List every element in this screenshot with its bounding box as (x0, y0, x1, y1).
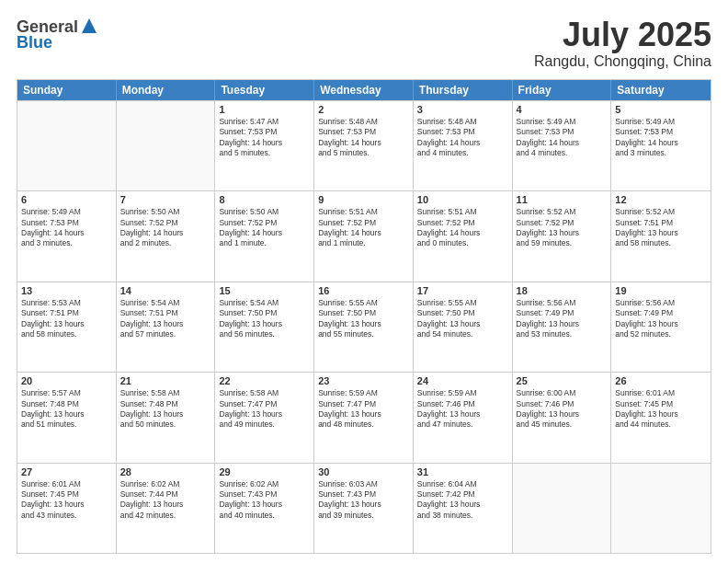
day-info: Sunrise: 5:54 AM Sunset: 7:50 PM Dayligh… (219, 298, 310, 340)
day-number: 9 (318, 194, 409, 205)
calendar-cell: 15Sunrise: 5:54 AM Sunset: 7:50 PM Dayli… (215, 282, 314, 372)
calendar-cell: 26Sunrise: 6:01 AM Sunset: 7:45 PM Dayli… (611, 373, 711, 462)
title-block: July 2025 Rangdu, Chongqing, China (534, 17, 711, 70)
day-info: Sunrise: 5:52 AM Sunset: 7:51 PM Dayligh… (615, 207, 707, 249)
day-info: Sunrise: 6:01 AM Sunset: 7:45 PM Dayligh… (615, 388, 707, 431)
calendar-cell: 21Sunrise: 5:58 AM Sunset: 7:48 PM Dayli… (117, 373, 216, 462)
day-number: 15 (219, 285, 310, 296)
day-number: 16 (318, 285, 409, 296)
location-title: Rangdu, Chongqing, China (534, 53, 711, 70)
day-number: 23 (318, 375, 409, 386)
calendar-cell: 29Sunrise: 6:02 AM Sunset: 7:43 PM Dayli… (215, 464, 314, 553)
calendar-cell: 28Sunrise: 6:02 AM Sunset: 7:44 PM Dayli… (117, 464, 216, 553)
calendar-cell: 7Sunrise: 5:50 AM Sunset: 7:52 PM Daylig… (117, 191, 216, 281)
calendar-cell: 31Sunrise: 6:04 AM Sunset: 7:42 PM Dayli… (414, 464, 513, 553)
day-info: Sunrise: 5:47 AM Sunset: 7:53 PM Dayligh… (219, 117, 310, 159)
day-number: 31 (417, 466, 508, 477)
calendar-cell: 6Sunrise: 5:49 AM Sunset: 7:53 PM Daylig… (17, 191, 117, 281)
calendar-cell: 13Sunrise: 5:53 AM Sunset: 7:51 PM Dayli… (17, 282, 117, 372)
day-number: 13 (21, 285, 112, 296)
day-info: Sunrise: 5:59 AM Sunset: 7:46 PM Dayligh… (417, 388, 508, 431)
calendar-cell: 14Sunrise: 5:54 AM Sunset: 7:51 PM Dayli… (117, 282, 216, 372)
day-number: 4 (517, 104, 608, 115)
weekday-header: Friday (513, 80, 612, 100)
calendar-cell: 17Sunrise: 5:55 AM Sunset: 7:50 PM Dayli… (414, 282, 513, 372)
header: General Blue July 2025 Rangdu, Chongqing… (17, 17, 711, 70)
weekday-header: Sunday (17, 80, 117, 100)
day-number: 24 (417, 375, 508, 386)
day-info: Sunrise: 5:48 AM Sunset: 7:53 PM Dayligh… (318, 117, 409, 159)
day-info: Sunrise: 5:51 AM Sunset: 7:52 PM Dayligh… (318, 207, 409, 249)
day-number: 8 (219, 194, 310, 205)
day-info: Sunrise: 5:59 AM Sunset: 7:47 PM Dayligh… (318, 388, 409, 431)
day-info: Sunrise: 6:03 AM Sunset: 7:43 PM Dayligh… (318, 479, 409, 522)
day-info: Sunrise: 5:50 AM Sunset: 7:52 PM Dayligh… (120, 207, 211, 249)
calendar: SundayMondayTuesdayWednesdayThursdayFrid… (17, 79, 711, 554)
day-info: Sunrise: 5:51 AM Sunset: 7:52 PM Dayligh… (417, 207, 508, 249)
day-number: 28 (120, 466, 211, 477)
weekday-header: Thursday (414, 80, 513, 100)
day-number: 17 (417, 285, 508, 296)
day-info: Sunrise: 6:04 AM Sunset: 7:42 PM Dayligh… (417, 479, 508, 522)
calendar-cell: 2Sunrise: 5:48 AM Sunset: 7:53 PM Daylig… (314, 101, 414, 190)
day-info: Sunrise: 5:53 AM Sunset: 7:51 PM Dayligh… (21, 298, 112, 340)
calendar-cell: 24Sunrise: 5:59 AM Sunset: 7:46 PM Dayli… (414, 373, 513, 462)
calendar-cell: 4Sunrise: 5:49 AM Sunset: 7:53 PM Daylig… (513, 101, 612, 190)
day-number: 6 (21, 194, 112, 205)
calendar-cell: 19Sunrise: 5:56 AM Sunset: 7:49 PM Dayli… (611, 282, 711, 372)
day-info: Sunrise: 6:01 AM Sunset: 7:45 PM Dayligh… (21, 479, 112, 522)
calendar-row: 27Sunrise: 6:01 AM Sunset: 7:45 PM Dayli… (17, 463, 711, 553)
day-info: Sunrise: 5:56 AM Sunset: 7:49 PM Dayligh… (615, 298, 707, 340)
day-number: 20 (21, 375, 112, 386)
weekday-header: Saturday (611, 80, 711, 100)
day-number: 21 (120, 375, 211, 386)
day-number: 1 (219, 104, 310, 115)
day-info: Sunrise: 5:58 AM Sunset: 7:47 PM Dayligh… (219, 388, 310, 431)
day-info: Sunrise: 5:58 AM Sunset: 7:48 PM Dayligh… (120, 388, 211, 431)
calendar-row: 6Sunrise: 5:49 AM Sunset: 7:53 PM Daylig… (17, 190, 711, 281)
calendar-cell: 3Sunrise: 5:48 AM Sunset: 7:53 PM Daylig… (414, 101, 513, 190)
day-number: 30 (318, 466, 409, 477)
calendar-cell: 8Sunrise: 5:50 AM Sunset: 7:52 PM Daylig… (215, 191, 314, 281)
day-info: Sunrise: 5:49 AM Sunset: 7:53 PM Dayligh… (21, 207, 112, 249)
month-title: July 2025 (534, 17, 711, 53)
day-info: Sunrise: 6:02 AM Sunset: 7:44 PM Dayligh… (120, 479, 211, 522)
day-info: Sunrise: 5:56 AM Sunset: 7:49 PM Dayligh… (517, 298, 608, 340)
calendar-cell (117, 101, 216, 190)
weekday-header: Tuesday (215, 80, 314, 100)
day-info: Sunrise: 5:55 AM Sunset: 7:50 PM Dayligh… (417, 298, 508, 340)
calendar-cell: 18Sunrise: 5:56 AM Sunset: 7:49 PM Dayli… (513, 282, 612, 372)
calendar-header: SundayMondayTuesdayWednesdayThursdayFrid… (17, 80, 711, 100)
calendar-cell: 16Sunrise: 5:55 AM Sunset: 7:50 PM Dayli… (314, 282, 414, 372)
day-number: 22 (219, 375, 310, 386)
svg-marker-0 (82, 18, 97, 33)
day-info: Sunrise: 5:48 AM Sunset: 7:53 PM Dayligh… (417, 117, 508, 159)
calendar-cell (17, 101, 117, 190)
day-number: 26 (615, 375, 707, 386)
calendar-cell: 10Sunrise: 5:51 AM Sunset: 7:52 PM Dayli… (414, 191, 513, 281)
weekday-header: Monday (117, 80, 216, 100)
calendar-cell: 23Sunrise: 5:59 AM Sunset: 7:47 PM Dayli… (314, 373, 414, 462)
day-info: Sunrise: 6:00 AM Sunset: 7:46 PM Dayligh… (517, 388, 608, 431)
calendar-cell: 12Sunrise: 5:52 AM Sunset: 7:51 PM Dayli… (611, 191, 711, 281)
calendar-row: 20Sunrise: 5:57 AM Sunset: 7:48 PM Dayli… (17, 372, 711, 462)
calendar-row: 1Sunrise: 5:47 AM Sunset: 7:53 PM Daylig… (17, 100, 711, 190)
day-info: Sunrise: 6:02 AM Sunset: 7:43 PM Dayligh… (219, 479, 310, 522)
day-number: 14 (120, 285, 211, 296)
day-number: 25 (517, 375, 608, 386)
calendar-cell: 27Sunrise: 6:01 AM Sunset: 7:45 PM Dayli… (17, 464, 117, 553)
day-info: Sunrise: 5:57 AM Sunset: 7:48 PM Dayligh… (21, 388, 112, 431)
day-number: 3 (417, 104, 508, 115)
day-info: Sunrise: 5:55 AM Sunset: 7:50 PM Dayligh… (318, 298, 409, 340)
day-number: 27 (21, 466, 112, 477)
calendar-cell: 20Sunrise: 5:57 AM Sunset: 7:48 PM Dayli… (17, 373, 117, 462)
calendar-body: 1Sunrise: 5:47 AM Sunset: 7:53 PM Daylig… (17, 100, 711, 553)
day-number: 5 (615, 104, 707, 115)
day-number: 11 (517, 194, 608, 205)
calendar-cell (513, 464, 612, 553)
day-number: 7 (120, 194, 211, 205)
calendar-row: 13Sunrise: 5:53 AM Sunset: 7:51 PM Dayli… (17, 282, 711, 372)
calendar-cell: 1Sunrise: 5:47 AM Sunset: 7:53 PM Daylig… (215, 101, 314, 190)
page: General Blue July 2025 Rangdu, Chongqing… (0, 0, 728, 563)
day-number: 12 (615, 194, 707, 205)
